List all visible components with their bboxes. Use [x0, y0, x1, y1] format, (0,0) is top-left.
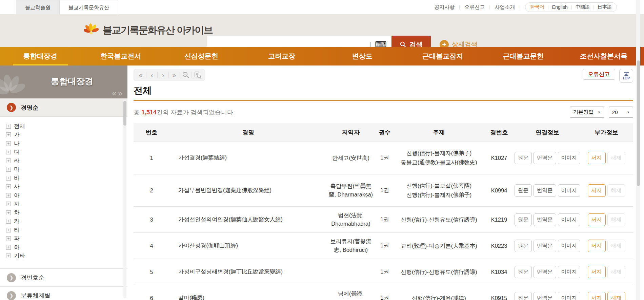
- bibliography-button[interactable]: 서지: [588, 266, 606, 278]
- top-tab-2[interactable]: 불교기록문화유산: [60, 0, 118, 14]
- original-text-button[interactable]: 원문: [515, 184, 532, 197]
- language-option-2[interactable]: English: [552, 4, 568, 10]
- tree-item-11[interactable]: +차: [6, 208, 127, 217]
- preview-button[interactable]: [192, 71, 203, 79]
- tree-item-2[interactable]: +가: [6, 131, 127, 139]
- top-link-1[interactable]: 공지사항: [434, 4, 455, 11]
- sutra-title-link[interactable]: 가섭부불반열반경(迦葉赴佛般涅槃經): [169, 187, 327, 194]
- tree-item-5[interactable]: +라: [6, 156, 127, 165]
- image-button[interactable]: 이미지: [558, 240, 581, 252]
- tree-item-4[interactable]: +다: [6, 148, 127, 157]
- annotation-button[interactable]: 해제: [607, 292, 625, 300]
- sutra-title-link[interactable]: 가정비구설당래변경(迦丁比丘說當來變經): [169, 268, 327, 276]
- expand-plus-icon[interactable]: +: [6, 254, 11, 258]
- expand-plus-icon[interactable]: +: [6, 132, 11, 137]
- bibliography-button[interactable]: 서지: [588, 240, 606, 252]
- expand-plus-icon[interactable]: +: [6, 245, 11, 250]
- expand-plus-icon[interactable]: +: [6, 176, 11, 181]
- page-size-select[interactable]: 20 ▼: [609, 107, 633, 118]
- original-text-button[interactable]: 원문: [515, 213, 532, 226]
- image-button[interactable]: 이미지: [558, 152, 581, 164]
- nav-item-2[interactable]: 한국불교전서: [81, 47, 161, 65]
- expand-plus-icon[interactable]: +: [6, 202, 11, 206]
- image-button[interactable]: 이미지: [558, 292, 581, 300]
- sidebar-scrollbar[interactable]: [123, 99, 126, 298]
- translation-button[interactable]: 번역문: [534, 152, 556, 164]
- image-button[interactable]: 이미지: [558, 184, 581, 197]
- collapse-right-icon[interactable]: »: [118, 89, 124, 98]
- expand-plus-icon[interactable]: +: [6, 210, 11, 215]
- tree-item-10[interactable]: +자: [6, 200, 127, 209]
- expand-plus-icon[interactable]: +: [6, 150, 11, 154]
- translation-button[interactable]: 번역문: [534, 240, 556, 252]
- nav-item-6[interactable]: 근대불교잡지: [403, 47, 483, 65]
- first-page-button[interactable]: «: [135, 69, 146, 81]
- language-option-1[interactable]: 한국어: [530, 4, 544, 10]
- expand-plus-icon[interactable]: +: [6, 158, 11, 163]
- tree-item-14[interactable]: +파: [6, 235, 127, 243]
- sutra-title-link[interactable]: 가섭선인설의여인경(迦葉仙人說醫女人經): [169, 216, 327, 223]
- last-page-button[interactable]: »: [169, 69, 180, 81]
- expand-plus-icon[interactable]: +: [6, 236, 11, 241]
- sidebar-section-2[interactable]: ❯경번호순: [0, 268, 127, 286]
- expand-plus-icon[interactable]: +: [6, 141, 11, 146]
- tree-item-8[interactable]: +사: [6, 183, 127, 191]
- error-report-button[interactable]: 오류신고: [583, 69, 615, 80]
- nav-item-1[interactable]: 통합대장경: [0, 47, 81, 65]
- expand-plus-icon[interactable]: +: [6, 228, 11, 232]
- prev-page-button[interactable]: ‹: [146, 69, 157, 81]
- translation-button[interactable]: 번역문: [534, 266, 556, 278]
- next-page-button[interactable]: ›: [158, 69, 168, 81]
- bibliography-button[interactable]: 서지: [588, 184, 606, 197]
- page-scrollbar-thumb[interactable]: [637, 60, 640, 186]
- top-tab-1[interactable]: 불교학술원: [16, 0, 60, 14]
- translation-button[interactable]: 번역문: [534, 213, 556, 226]
- nav-item-4[interactable]: 고려교장: [242, 47, 322, 65]
- expand-plus-icon[interactable]: +: [6, 219, 11, 224]
- sort-select[interactable]: 기본정렬 ▼: [570, 107, 604, 118]
- sutra-title-link[interactable]: 가야산정경(伽耶山頂經): [169, 242, 327, 249]
- sutra-title-link[interactable]: 가섭결경(迦葉結經): [169, 154, 327, 162]
- tree-item-15[interactable]: +하: [6, 243, 127, 252]
- original-text-button[interactable]: 원문: [515, 240, 532, 252]
- top-link-2[interactable]: 오류신고: [464, 4, 485, 11]
- tree-item-1[interactable]: +전체: [6, 122, 127, 131]
- tree-item-16[interactable]: +기타: [6, 252, 127, 261]
- expand-plus-icon[interactable]: +: [6, 124, 11, 129]
- collapse-left-icon[interactable]: «: [112, 89, 118, 98]
- nav-item-3[interactable]: 신집성문헌: [161, 47, 242, 65]
- expand-plus-icon[interactable]: +: [6, 193, 11, 198]
- tree-item-13[interactable]: +타: [6, 226, 127, 235]
- tree-item-9[interactable]: +아: [6, 191, 127, 200]
- language-option-3[interactable]: 中國語: [576, 4, 590, 10]
- bibliography-button[interactable]: 서지: [588, 152, 606, 164]
- translation-button[interactable]: 번역문: [534, 292, 556, 300]
- sidebar-scrollbar-thumb[interactable]: [123, 101, 126, 126]
- nav-item-8[interactable]: 조선사찰본서목: [564, 47, 644, 65]
- original-text-button[interactable]: 원문: [515, 152, 532, 164]
- expand-plus-icon[interactable]: +: [6, 184, 11, 189]
- tree-item-7[interactable]: +바: [6, 174, 127, 183]
- expand-plus-icon[interactable]: +: [6, 167, 11, 172]
- image-button[interactable]: 이미지: [558, 266, 581, 278]
- sidebar-collapse-arrows[interactable]: «»: [112, 89, 124, 98]
- translation-button[interactable]: 번역문: [534, 184, 556, 197]
- page-scrollbar[interactable]: [636, 0, 640, 300]
- zoom-search-button[interactable]: [180, 71, 192, 79]
- tree-item-12[interactable]: +카: [6, 217, 127, 226]
- sidebar-section-gyeongmyeongsun[interactable]: ❯ 경명순: [0, 98, 127, 117]
- site-logo[interactable]: 불교기록문화유산 아카이브: [84, 22, 213, 38]
- sutra-title-link[interactable]: 갈마(羯磨): [169, 294, 327, 300]
- bibliography-button[interactable]: 서지: [588, 213, 606, 226]
- nav-item-5[interactable]: 변상도: [322, 47, 403, 65]
- sidebar-section-3[interactable]: ❯분류체계별: [0, 286, 127, 300]
- scroll-top-button[interactable]: TOP: [619, 69, 633, 83]
- language-option-4[interactable]: 日本語: [598, 4, 612, 10]
- tree-item-3[interactable]: +나: [6, 139, 127, 148]
- original-text-button[interactable]: 원문: [515, 292, 532, 300]
- image-button[interactable]: 이미지: [558, 213, 581, 226]
- top-link-3[interactable]: 사업소개: [495, 4, 515, 11]
- bibliography-button[interactable]: 서지: [588, 292, 606, 300]
- nav-item-7[interactable]: 근대불교문헌: [483, 47, 564, 65]
- tree-item-6[interactable]: +마: [6, 165, 127, 174]
